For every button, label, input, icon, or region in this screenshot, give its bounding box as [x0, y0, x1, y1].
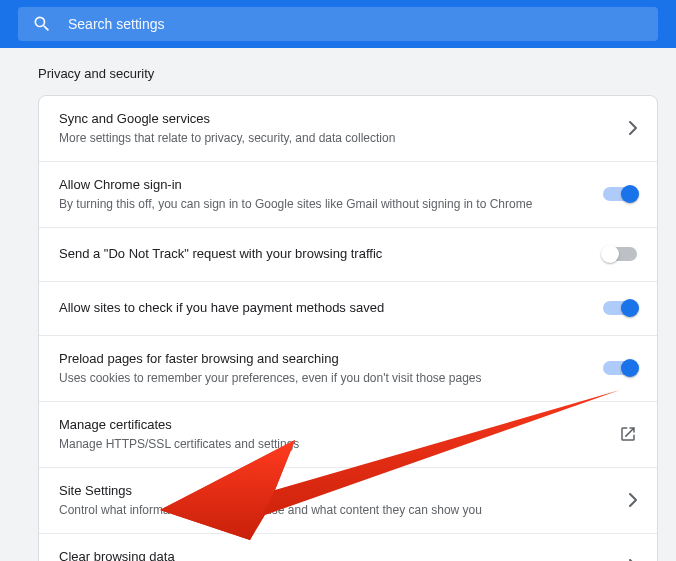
settings-row[interactable]: Site SettingsControl what information we… [39, 467, 657, 533]
search-bar[interactable] [18, 7, 658, 41]
row-subtitle: More settings that relate to privacy, se… [59, 130, 615, 147]
settings-row[interactable]: Clear browsing dataClear history, cookie… [39, 533, 657, 561]
settings-card: Sync and Google servicesMore settings th… [38, 95, 658, 561]
row-text: Manage certificatesManage HTTPS/SSL cert… [59, 416, 605, 453]
section-title: Privacy and security [0, 48, 676, 95]
row-text: Allow sites to check if you have payment… [59, 299, 589, 317]
row-action[interactable] [603, 301, 637, 315]
row-title: Allow Chrome sign-in [59, 176, 589, 194]
toggle[interactable] [603, 247, 637, 261]
search-input[interactable] [68, 16, 644, 32]
settings-row[interactable]: Allow Chrome sign-inBy turning this off,… [39, 161, 657, 227]
chevron-right-icon [629, 493, 637, 507]
row-action[interactable] [603, 361, 637, 375]
row-subtitle: Control what information websites can us… [59, 502, 615, 519]
row-subtitle: Uses cookies to remember your preference… [59, 370, 589, 387]
toggle[interactable] [603, 361, 637, 375]
row-title: Clear browsing data [59, 548, 615, 561]
row-text: Clear browsing dataClear history, cookie… [59, 548, 615, 561]
settings-row[interactable]: Sync and Google servicesMore settings th… [39, 96, 657, 161]
row-action [619, 425, 637, 443]
row-text: Send a "Do Not Track" request with your … [59, 245, 589, 263]
settings-row[interactable]: Allow sites to check if you have payment… [39, 281, 657, 335]
search-icon [32, 14, 52, 34]
row-action [629, 121, 637, 135]
row-title: Site Settings [59, 482, 615, 500]
row-text: Sync and Google servicesMore settings th… [59, 110, 615, 147]
row-subtitle: By turning this off, you can sign in to … [59, 196, 589, 213]
row-subtitle: Manage HTTPS/SSL certificates and settin… [59, 436, 605, 453]
row-text: Preload pages for faster browsing and se… [59, 350, 589, 387]
external-link-icon [619, 425, 637, 443]
row-title: Send a "Do Not Track" request with your … [59, 245, 589, 263]
row-title: Sync and Google services [59, 110, 615, 128]
toggle[interactable] [603, 187, 637, 201]
row-action[interactable] [603, 247, 637, 261]
row-text: Site SettingsControl what information we… [59, 482, 615, 519]
settings-row[interactable]: Manage certificatesManage HTTPS/SSL cert… [39, 401, 657, 467]
row-action [629, 493, 637, 507]
toggle[interactable] [603, 301, 637, 315]
settings-row[interactable]: Send a "Do Not Track" request with your … [39, 227, 657, 281]
settings-row[interactable]: Preload pages for faster browsing and se… [39, 335, 657, 401]
header [0, 0, 676, 48]
row-action[interactable] [603, 187, 637, 201]
row-text: Allow Chrome sign-inBy turning this off,… [59, 176, 589, 213]
row-title: Preload pages for faster browsing and se… [59, 350, 589, 368]
row-title: Manage certificates [59, 416, 605, 434]
chevron-right-icon [629, 121, 637, 135]
row-title: Allow sites to check if you have payment… [59, 299, 589, 317]
